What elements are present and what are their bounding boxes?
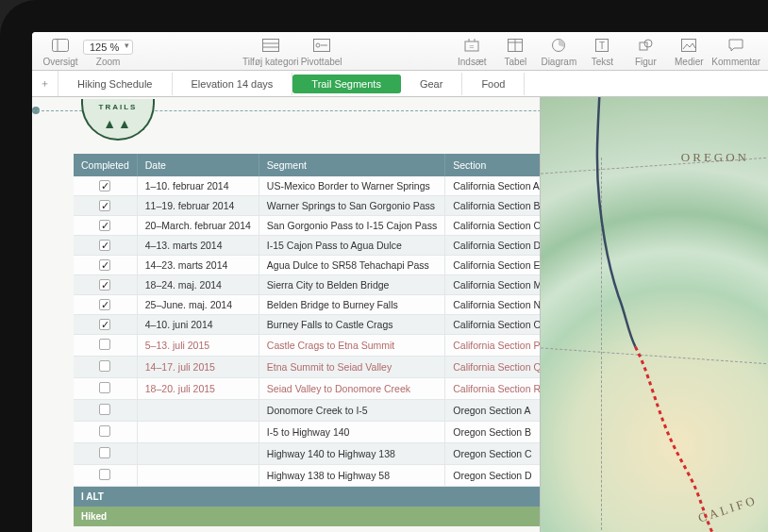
cell-completed[interactable]: ✓ (74, 256, 137, 275)
cell-completed[interactable] (74, 378, 137, 400)
cell-date[interactable]: 18–20. juli 2015 (137, 378, 259, 400)
checkbox-checked-icon[interactable]: ✓ (99, 259, 110, 271)
checkbox-unchecked-icon[interactable] (99, 447, 110, 458)
cell-completed[interactable]: ✓ (74, 236, 137, 256)
table-row[interactable]: ✓4–13. marts 2014I-15 Cajon Pass to Agua… (74, 236, 604, 256)
zoom-control[interactable]: 125 % Zoom (83, 40, 133, 67)
table-row[interactable]: Highway 140 to Highway 138Oregon Section… (74, 443, 604, 465)
insert-button[interactable]: = Indsæt (451, 36, 493, 67)
pivot-button[interactable]: Pivottabel (301, 36, 342, 67)
cell-segment[interactable]: Seiad Valley to Donomore Creek (259, 378, 444, 400)
table-row[interactable]: 5–13. juli 2015Castle Crags to Etna Summ… (74, 335, 604, 357)
cell-completed[interactable] (74, 465, 137, 487)
cell-date[interactable]: 5–13. juli 2015 (137, 335, 259, 357)
shape-button[interactable]: Figur (625, 36, 666, 67)
cell-segment[interactable]: Highway 140 to Highway 138 (259, 443, 444, 465)
oversigt-button[interactable]: Oversigt (40, 36, 81, 67)
cell-segment[interactable]: Castle Crags to Etna Summit (259, 335, 444, 357)
table-row[interactable]: Highway 138 to Highway 58Oregon Section … (74, 465, 604, 487)
cell-date[interactable]: 4–10. juni 2014 (137, 315, 259, 335)
cell-segment[interactable]: Agua Dulce to SR58 Tehachapi Pass (259, 256, 444, 275)
cell-section[interactable]: California Section C (445, 216, 550, 236)
cell-date[interactable] (137, 422, 259, 443)
cell-segment[interactable]: I-15 Cajon Pass to Agua Dulce (259, 236, 444, 256)
checkbox-checked-icon[interactable]: ✓ (99, 319, 110, 330)
table-row[interactable]: ✓1–10. februar 2014US-Mexico Border to W… (74, 176, 604, 196)
cell-section[interactable]: California Section O (445, 315, 550, 335)
checkbox-unchecked-icon[interactable] (99, 425, 110, 437)
table-button[interactable]: Tabel (494, 36, 536, 67)
table-row[interactable]: I-5 to Highway 140Oregon Section B55 (74, 422, 604, 443)
cell-section[interactable]: California Section M (445, 275, 550, 295)
media-button[interactable]: Medier (668, 36, 710, 67)
cell-section[interactable]: California Section P (445, 335, 550, 357)
cell-completed[interactable] (74, 357, 137, 378)
cell-segment[interactable]: Etna Summit to Seiad Valley (259, 357, 444, 378)
map-panel[interactable]: OREGON CALIFO (540, 97, 768, 532)
text-button[interactable]: T Tekst (581, 36, 623, 67)
cell-date[interactable]: 14–17. juli 2015 (137, 357, 259, 378)
table-row[interactable]: Donomore Creek to I-5Oregon Section A58 (74, 400, 604, 422)
cell-segment[interactable]: Sierra City to Belden Bridge (259, 275, 444, 295)
cell-completed[interactable] (74, 422, 137, 443)
cell-segment[interactable]: Burney Falls to Castle Crags (259, 315, 444, 335)
col-completed[interactable]: Completed (74, 154, 137, 176)
cell-section[interactable]: California Section D (445, 236, 550, 256)
checkbox-checked-icon[interactable]: ✓ (99, 220, 110, 231)
comment-button[interactable]: Kommentar (711, 36, 760, 67)
cell-section[interactable]: Oregon Section C (445, 443, 550, 465)
col-segment[interactable]: Segment (259, 154, 444, 176)
cell-date[interactable]: 4–13. marts 2014 (137, 236, 259, 256)
zoom-value[interactable]: 125 % (83, 40, 133, 55)
cell-segment[interactable]: Donomore Creek to I-5 (259, 400, 444, 422)
cell-completed[interactable]: ✓ (74, 275, 137, 295)
cell-segment[interactable]: Warner Springs to San Gorgonio Pass (259, 196, 444, 216)
checkbox-unchecked-icon[interactable] (99, 404, 110, 415)
cell-date[interactable]: 20–March. februar 2014 (137, 216, 259, 236)
checkbox-unchecked-icon[interactable] (99, 382, 110, 393)
cell-section[interactable]: California Section E (445, 256, 550, 275)
cell-section[interactable]: California Section B (445, 196, 550, 216)
cell-completed[interactable]: ✓ (74, 176, 137, 196)
col-date[interactable]: Date (137, 154, 259, 176)
spreadsheet-canvas[interactable]: TRAILS ▲▲ Completed Date Segment Section… (32, 97, 768, 532)
table-row[interactable]: ✓14–23. marts 2014Agua Dulce to SR58 Teh… (74, 256, 604, 275)
checkbox-unchecked-icon[interactable] (99, 339, 110, 350)
tab-food[interactable]: Food (462, 73, 525, 95)
cell-section[interactable]: Oregon Section B (445, 422, 550, 443)
cell-segment[interactable]: US-Mexico Border to Warner Springs (259, 176, 444, 196)
add-category-button[interactable]: Tilføj kategori (242, 36, 299, 67)
cell-date[interactable] (137, 465, 259, 487)
checkbox-unchecked-icon[interactable] (99, 469, 110, 480)
checkbox-checked-icon[interactable]: ✓ (99, 279, 110, 291)
chart-button[interactable]: Diagram (538, 36, 579, 67)
cell-completed[interactable]: ✓ (74, 315, 137, 335)
cell-completed[interactable]: ✓ (74, 295, 137, 315)
table-row[interactable]: 14–17. juli 2015Etna Summit to Seiad Val… (74, 357, 604, 378)
cell-section[interactable]: Oregon Section D (445, 465, 550, 487)
cell-date[interactable]: 18–24. maj. 2014 (137, 275, 259, 295)
cell-section[interactable]: California Section Q (445, 357, 550, 378)
table-row[interactable]: ✓25–June. maj. 2014Belden Bridge to Burn… (74, 295, 604, 315)
table-row[interactable]: ✓11–19. februar 2014Warner Springs to Sa… (74, 196, 604, 216)
table-row[interactable]: ✓18–24. maj. 2014Sierra City to Belden B… (74, 275, 604, 295)
cell-section[interactable]: California Section R (445, 378, 550, 400)
cell-date[interactable] (137, 400, 259, 422)
checkbox-checked-icon[interactable]: ✓ (99, 240, 110, 251)
cell-date[interactable]: 1–10. februar 2014 (137, 176, 259, 196)
cell-segment[interactable]: Belden Bridge to Burney Falls (259, 295, 444, 315)
cell-date[interactable]: 14–23. marts 2014 (137, 256, 259, 275)
cell-completed[interactable] (74, 400, 137, 422)
tab-hiking-schedule[interactable]: Hiking Schedule (58, 73, 173, 95)
checkbox-checked-icon[interactable]: ✓ (99, 299, 110, 310)
cell-date[interactable] (137, 443, 259, 465)
cell-completed[interactable] (74, 335, 137, 357)
cell-segment[interactable]: Highway 138 to Highway 58 (259, 465, 444, 487)
cell-completed[interactable]: ✓ (74, 196, 137, 216)
cell-section[interactable]: California Section A (445, 176, 550, 196)
checkbox-checked-icon[interactable]: ✓ (99, 180, 110, 191)
cell-completed[interactable] (74, 443, 137, 465)
table-row[interactable]: ✓20–March. februar 2014San Gorgonio Pass… (74, 216, 604, 236)
add-sheet-button[interactable]: ＋ (32, 71, 58, 96)
cell-date[interactable]: 11–19. februar 2014 (137, 196, 259, 216)
